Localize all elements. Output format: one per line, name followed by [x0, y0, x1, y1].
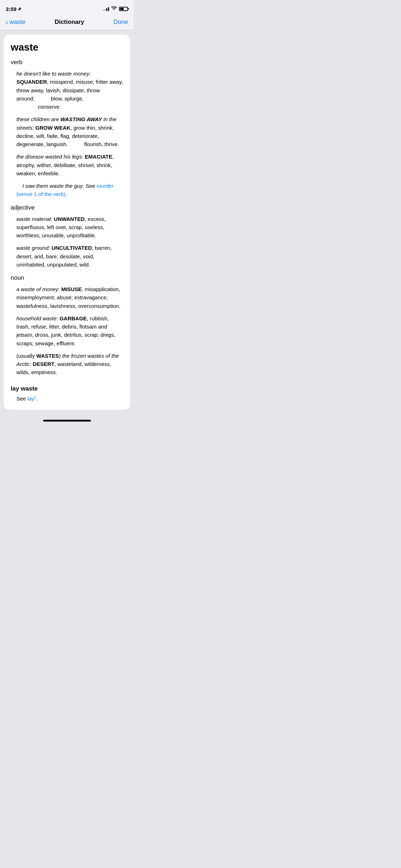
content-area: waste verb he doesn't like to waste mone… — [0, 30, 134, 414]
entry-word: waste — [11, 42, 123, 53]
definition-block: waste ground: UNCULTIVATED, barren, dese… — [16, 244, 123, 269]
wifi-icon — [111, 6, 117, 12]
status-time: 3:59 ⬈ — [6, 6, 21, 12]
example-text: I saw them waste the guy — [22, 183, 83, 189]
example-text: a waste of money — [16, 286, 58, 292]
phrase-link[interactable]: lay1 — [27, 396, 36, 402]
nav-bar: ‹ waste Dictionary Done — [0, 16, 134, 30]
back-label: waste — [10, 19, 25, 26]
definition-block: the disease wasted his legs: EMACIATE, a… — [16, 153, 123, 177]
pos-label-verb: verb — [11, 59, 123, 66]
home-indicator — [43, 420, 91, 422]
dictionary-card: waste verb he doesn't like to waste mone… — [4, 35, 130, 410]
pos-section-adjective: adjective waste material: UNWANTED, exce… — [11, 204, 123, 269]
location-icon: ⬈ — [18, 6, 21, 11]
example-text: he doesn't like to waste money — [16, 71, 89, 77]
back-button[interactable]: ‹ waste — [6, 19, 25, 26]
definition-block: (usually wastes) the frozen wastes of th… — [16, 352, 123, 377]
definition-block: I saw them waste the guy. See murder (se… — [16, 182, 123, 198]
definition-block: these children are wasting away in the s… — [16, 115, 123, 148]
status-bar: 3:59 ⬈ — [0, 0, 134, 16]
example-text: the frozen wastes of the Arctic — [16, 353, 119, 367]
example-text: waste ground — [16, 245, 48, 251]
example-text: household waste — [16, 315, 57, 321]
done-button[interactable]: Done — [113, 19, 128, 26]
phrase-definition: See lay1. — [16, 394, 123, 403]
signal-bars — [103, 7, 109, 11]
phrases-section: lay waste See lay1. — [11, 382, 123, 403]
definition-block: a waste of money: MISUSE, misapplication… — [16, 285, 123, 310]
status-icons — [103, 6, 128, 12]
back-chevron-icon: ‹ — [6, 19, 8, 26]
pos-section-verb: verb he doesn't like to waste money: SQU… — [11, 59, 123, 198]
pos-label-adjective: adjective — [11, 204, 123, 211]
phrase-title: lay waste — [11, 385, 123, 392]
pos-label-noun: noun — [11, 274, 123, 281]
example-text: waste material — [16, 216, 51, 222]
battery-icon — [119, 7, 128, 11]
definition-block: he doesn't like to waste money: SQUANDER… — [16, 69, 123, 111]
definition-block: household waste: GARBAGE, rubbish, trash… — [16, 314, 123, 347]
page-title: Dictionary — [55, 19, 84, 26]
example-text: the disease wasted his legs — [16, 154, 82, 160]
definition-block: waste material: UNWANTED, excess, superf… — [16, 215, 123, 240]
time-display: 3:59 — [6, 6, 16, 12]
pos-section-noun: noun a waste of money: MISUSE, misapplic… — [11, 274, 123, 377]
